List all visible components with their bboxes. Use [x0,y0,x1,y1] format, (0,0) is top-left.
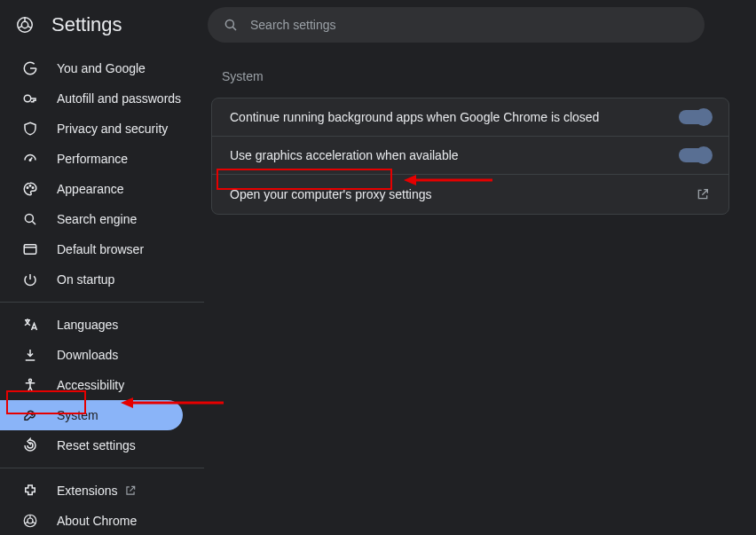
sidebar-item-downloads[interactable]: Downloads [0,340,183,370]
section-title: System [222,69,729,83]
speed-icon [21,150,39,168]
browser-icon [21,240,39,258]
row-background-apps[interactable]: Continue running background apps when Go… [212,98,728,137]
sidebar-item-label: System [57,408,98,422]
sidebar-item-label: Appearance [57,182,124,196]
external-link-icon [695,186,711,202]
search-bar[interactable] [208,7,705,43]
sidebar-item-performance[interactable]: Performance [0,144,183,174]
sidebar-item-autofill[interactable]: Autofill and passwords [0,83,183,114]
row-label: Continue running background apps when Go… [230,110,599,124]
sidebar-item-label: Privacy and security [57,122,168,136]
svg-point-13 [25,214,33,222]
row-graphics-acceleration[interactable]: Use graphics acceleration when available [212,137,728,175]
translate-icon [21,316,39,334]
svg-point-5 [225,20,233,28]
svg-line-14 [32,221,35,224]
main-content: System Continue running background apps … [204,50,756,535]
autofill-icon [21,90,39,107]
row-label: Use graphics acceleration when available [230,148,459,162]
row-proxy-settings[interactable]: Open your computer's proxy settings [212,175,728,214]
sidebar-item-label: Downloads [57,348,118,362]
svg-point-9 [29,160,31,161]
search-input[interactable] [250,18,690,32]
chrome-icon [21,512,39,530]
sidebar-item-label: You and Google [57,61,146,75]
search-icon [222,16,240,34]
sidebar-item-about-chrome[interactable]: About Chrome [0,506,183,535]
sidebar-item-on-startup[interactable]: On startup [0,264,183,295]
svg-line-6 [232,27,236,30]
google-icon [21,59,39,77]
download-icon [21,346,39,364]
sidebar-item-default-browser[interactable]: Default browser [0,234,183,264]
sidebar-item-label: Autofill and passwords [57,91,181,106]
sidebar-item-privacy[interactable]: Privacy and security [0,114,183,144]
svg-point-12 [32,187,34,189]
power-icon [21,271,39,288]
svg-point-7 [24,95,31,102]
divider [0,468,204,468]
extension-icon [21,482,39,500]
sidebar-item-extensions[interactable]: Extensions [0,476,183,506]
sidebar-item-search-engine[interactable]: Search engine [0,204,183,234]
sidebar-item-reset-settings[interactable]: Reset settings [0,430,183,460]
sidebar-item-appearance[interactable]: Appearance [0,174,183,204]
svg-line-22 [33,522,35,523]
svg-line-21 [25,522,28,523]
chrome-icon [14,14,35,35]
sidebar-item-label: Default browser [57,242,144,256]
svg-point-10 [27,187,28,189]
svg-point-19 [28,518,33,523]
sidebar-item-label: About Chrome [57,514,137,528]
svg-point-11 [29,185,31,187]
sidebar-item-languages[interactable]: Languages [0,310,183,340]
system-card: Continue running background apps when Go… [211,98,729,215]
reset-icon [21,437,39,454]
sidebar: You and Google Autofill and passwords Pr… [0,50,204,535]
svg-line-4 [28,26,31,28]
header-title: Settings [51,13,122,36]
sidebar-item-label: Reset settings [57,438,136,452]
sidebar-item-label: Search engine [57,212,137,226]
header: Settings [0,0,756,50]
svg-line-3 [19,26,22,28]
toggle-background-apps[interactable] [679,110,711,124]
sidebar-item-system[interactable]: System [0,400,183,430]
shield-icon [21,120,39,138]
sidebar-item-accessibility[interactable]: Accessibility [0,370,183,400]
sidebar-item-label: Languages [57,318,118,332]
divider [0,302,204,303]
sidebar-item-you-and-google[interactable]: You and Google [0,53,183,83]
header-left: Settings [14,13,204,36]
accessibility-icon [21,376,39,394]
row-label: Open your computer's proxy settings [230,187,432,201]
sidebar-item-label: On startup [57,272,114,287]
sidebar-item-label: Performance [57,152,128,166]
svg-point-17 [29,379,32,382]
palette-icon [21,180,39,198]
svg-point-1 [21,21,28,28]
sidebar-item-label: Accessibility [57,378,124,392]
search-icon [21,210,39,228]
external-link-icon [124,484,137,497]
toggle-graphics-acceleration[interactable] [679,148,711,162]
sidebar-item-label: Extensions [57,484,117,498]
wrench-icon [21,406,39,424]
svg-rect-15 [24,245,36,255]
layout: You and Google Autofill and passwords Pr… [0,50,756,535]
